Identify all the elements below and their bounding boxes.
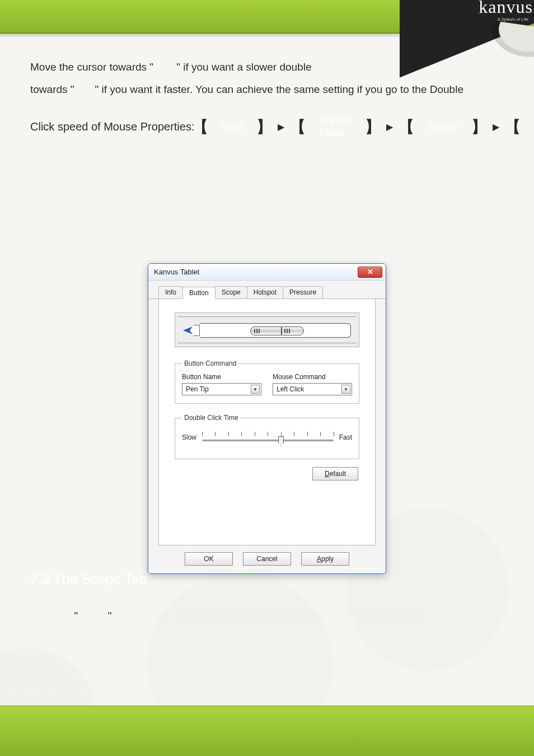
chevron-down-icon: ▼ bbox=[341, 385, 350, 394]
quote-close: " bbox=[108, 610, 112, 622]
path-item-start: Start bbox=[214, 121, 251, 133]
text: tab, you can see the Full Area, Screen R… bbox=[112, 610, 423, 622]
btn-label-rest: pply bbox=[321, 555, 334, 563]
hidden-word-fast: Fast bbox=[74, 83, 95, 95]
paragraph-scope-hidden: Click the "Scope" tab, you can see the F… bbox=[30, 605, 504, 627]
path-item-control-panel: Control Panel bbox=[311, 115, 359, 139]
slider-thumb[interactable] bbox=[278, 436, 284, 446]
tab-hotspot[interactable]: Hotspot bbox=[247, 286, 283, 298]
brand-logo-text: kanvus bbox=[479, 0, 533, 17]
slider-tick bbox=[294, 432, 294, 436]
hidden-tail: -click speed, and move it bbox=[311, 61, 428, 73]
text: towards " bbox=[30, 83, 74, 95]
bracket-close-icon: 】 bbox=[365, 116, 381, 138]
group-legend: Button Command bbox=[182, 360, 238, 367]
quote-open: " bbox=[74, 610, 78, 622]
pen-graphic bbox=[183, 323, 351, 338]
navigation-path: Click speed of Mouse Properties: 【 Start… bbox=[30, 115, 504, 139]
slider-tick bbox=[255, 432, 255, 436]
group-legend: Double Click Time bbox=[182, 414, 241, 422]
hidden-lead: Click speed of Mouse Properties: bbox=[30, 120, 194, 133]
double-click-slider[interactable] bbox=[202, 430, 334, 445]
combo-value: Left Click bbox=[277, 385, 304, 393]
bracket-close-icon: 】 bbox=[471, 116, 487, 138]
label-button-name: Button Name bbox=[182, 373, 261, 381]
bracket-open-icon: 【 bbox=[290, 116, 306, 138]
accel: D bbox=[325, 470, 330, 478]
text: Scope bbox=[78, 610, 108, 622]
dialog-wrapper: Kanvus Tablet ✕ Info Button Scope Hotspo… bbox=[148, 263, 386, 574]
paragraph-double-click-fast: towards "Fast" if you want it faster. Yo… bbox=[30, 78, 504, 101]
dialog-title: Kanvus Tablet bbox=[154, 268, 199, 276]
label-mouse-command: Mouse Command bbox=[273, 373, 352, 381]
combo-mouse-command[interactable]: Left Click ▼ bbox=[273, 383, 352, 395]
slider-tick bbox=[268, 432, 268, 436]
brand-tagline: A Splash of Life bbox=[497, 17, 528, 22]
slider-label-slow: Slow bbox=[182, 433, 196, 441]
close-button[interactable]: ✕ bbox=[358, 267, 382, 278]
bracket-open-icon: 【 bbox=[505, 116, 521, 138]
footer-band bbox=[0, 706, 534, 756]
triangle-right-icon: ▶ bbox=[278, 122, 284, 132]
combo-value: Pen Tip bbox=[186, 385, 209, 393]
slider-tick bbox=[228, 432, 229, 436]
slider-tick bbox=[334, 432, 334, 436]
pen-body bbox=[200, 323, 351, 338]
cancel-button[interactable]: Cancel bbox=[243, 552, 291, 566]
text: " if you want a slower double bbox=[176, 61, 311, 73]
ok-button[interactable]: OK bbox=[185, 552, 233, 566]
slider-tick bbox=[307, 432, 308, 436]
tab-info[interactable]: Info bbox=[158, 286, 183, 298]
hidden-word-slow: Slow bbox=[153, 61, 176, 73]
dialog-tabbar: Info Button Scope Hotspot Pressure bbox=[148, 281, 386, 299]
group-double-click-time: Double Click Time Slow bbox=[175, 414, 359, 459]
kanvus-tablet-dialog: Kanvus Tablet ✕ Info Button Scope Hotspo… bbox=[148, 263, 386, 574]
pen-side-button-1[interactable] bbox=[250, 326, 282, 335]
chevron-down-icon: ▼ bbox=[251, 385, 260, 394]
text: " if you want it faster. You can achieve… bbox=[95, 83, 463, 95]
close-icon: ✕ bbox=[367, 268, 373, 276]
slider-tick bbox=[320, 432, 321, 436]
pen-side-button-2[interactable] bbox=[282, 326, 304, 335]
btn-label-rest: efault bbox=[330, 470, 346, 478]
apply-button[interactable]: Apply bbox=[301, 552, 349, 566]
text: Click the bbox=[30, 610, 74, 622]
tab-scope[interactable]: Scope bbox=[215, 286, 247, 298]
triangle-right-icon: ▶ bbox=[493, 122, 499, 132]
triangle-right-icon: ▶ bbox=[386, 122, 393, 132]
dialog-tab-body: Button Command Button Name Mouse Command… bbox=[158, 299, 376, 545]
bracket-open-icon: 【 bbox=[193, 116, 208, 138]
slider-tick bbox=[281, 432, 282, 436]
slider-tick bbox=[215, 432, 216, 436]
slider-label-fast: Fast bbox=[339, 433, 352, 441]
path-item-mouse: Mouse bbox=[420, 121, 466, 133]
default-button[interactable]: Default bbox=[312, 467, 358, 480]
page-content: Move the cursor towards "Slow" if you wa… bbox=[30, 56, 504, 700]
tab-button[interactable]: Button bbox=[182, 287, 216, 299]
pen-diagram bbox=[175, 312, 359, 347]
slider-track bbox=[202, 440, 334, 441]
slider-tick bbox=[241, 432, 242, 436]
group-button-command: Button Command Button Name Mouse Command… bbox=[175, 360, 359, 404]
bracket-open-icon: 【 bbox=[399, 116, 414, 138]
tab-pressure[interactable]: Pressure bbox=[283, 286, 323, 298]
section-heading-hidden: 2.3 The Scope Tab bbox=[30, 571, 147, 587]
combo-button-name[interactable]: Pen Tip ▼ bbox=[182, 383, 261, 395]
paragraph-double-click-slow: Move the cursor towards "Slow" if you wa… bbox=[30, 56, 504, 78]
text: Move the cursor towards " bbox=[30, 61, 153, 73]
accel: A bbox=[317, 555, 321, 563]
dialog-titlebar[interactable]: Kanvus Tablet ✕ bbox=[148, 264, 386, 281]
bracket-close-icon: 】 bbox=[256, 116, 272, 138]
dialog-button-row: OK Cancel Apply bbox=[148, 545, 386, 573]
slider-tick bbox=[202, 432, 203, 436]
path-item-button: Button bbox=[526, 121, 534, 133]
